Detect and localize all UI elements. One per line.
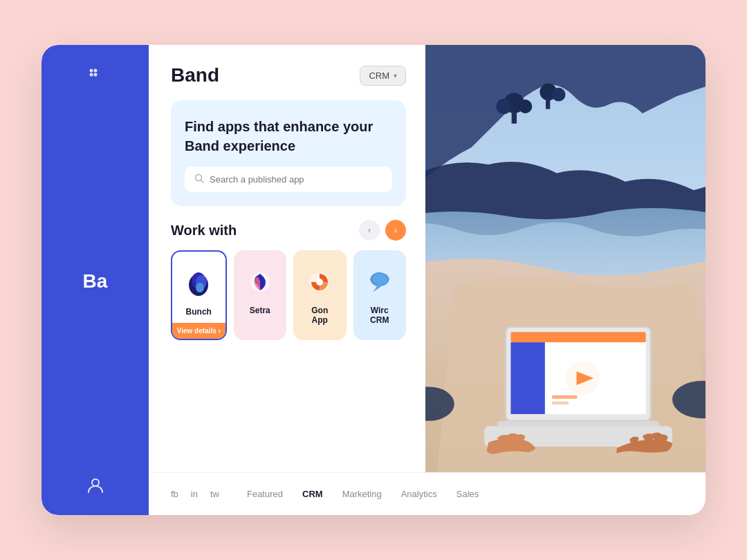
sidebar: Ba <box>42 45 149 515</box>
prev-button[interactable]: ‹ <box>359 220 380 241</box>
svg-point-13 <box>316 279 323 286</box>
app-card-setra[interactable]: Setra <box>234 250 287 340</box>
cat-marketing[interactable]: Marketing <box>342 489 382 499</box>
cat-analytics[interactable]: Analytics <box>401 489 437 499</box>
social-fb[interactable]: fb <box>171 489 178 499</box>
wirccrm-label: Wirc CRM <box>363 306 397 325</box>
bunch-icon-wrapper <box>181 265 216 301</box>
view-details-label: View details › <box>177 327 221 335</box>
hero-title: Find apps that enhance your Band experie… <box>185 117 392 156</box>
svg-rect-30 <box>510 342 544 414</box>
svg-rect-21 <box>546 99 550 109</box>
svg-point-16 <box>496 99 511 114</box>
svg-point-4 <box>92 479 99 486</box>
app-cards: Bunch View details › <box>171 250 406 340</box>
svg-rect-33 <box>552 395 578 399</box>
category-nav: Featured CRM Marketing Analytics Sales <box>247 489 479 499</box>
bunch-label: Bunch <box>186 307 212 317</box>
search-box <box>185 167 392 192</box>
svg-rect-28 <box>510 332 645 342</box>
social-in[interactable]: in <box>191 489 198 499</box>
svg-point-1 <box>93 69 97 73</box>
nav-buttons: ‹ › <box>359 220 406 241</box>
work-with-title: Work with <box>171 223 237 239</box>
svg-line-6 <box>201 180 204 183</box>
right-panel <box>425 45 706 472</box>
user-icon[interactable] <box>86 476 104 498</box>
gonapp-label: Gon App <box>303 306 337 325</box>
cat-crm[interactable]: CRM <box>302 489 323 499</box>
svg-point-2 <box>89 73 93 77</box>
left-panel: Band CRM ▾ Find apps that enhance your B… <box>149 45 425 472</box>
svg-point-20 <box>552 88 566 102</box>
svg-point-0 <box>89 69 93 73</box>
content-area: Band CRM ▾ Find apps that enhance your B… <box>149 45 706 472</box>
sidebar-logo: Ba <box>83 270 108 292</box>
main-content: Band CRM ▾ Find apps that enhance your B… <box>149 45 706 515</box>
social-links: fb in tw <box>171 489 219 499</box>
wirccrm-icon-wrapper <box>362 264 398 300</box>
cat-featured[interactable]: Featured <box>247 489 283 499</box>
crm-dropdown[interactable]: CRM ▾ <box>360 66 406 86</box>
view-details-button[interactable]: View details › <box>172 323 225 339</box>
svg-point-10 <box>196 283 204 292</box>
app-card-bunch[interactable]: Bunch View details › <box>171 250 227 340</box>
svg-point-3 <box>93 73 97 77</box>
header-row: Band CRM ▾ <box>171 64 406 86</box>
cat-sales[interactable]: Sales <box>456 489 479 499</box>
page-title: Band <box>171 64 219 86</box>
social-tw[interactable]: tw <box>210 489 219 499</box>
crm-label: CRM <box>369 71 389 81</box>
svg-rect-18 <box>512 111 517 123</box>
grid-icon <box>88 67 103 86</box>
gonapp-icon-wrapper <box>302 264 338 300</box>
main-card: Ba Band CRM ▾ <box>42 45 706 515</box>
app-card-wirccrm[interactable]: Wirc CRM <box>353 250 407 340</box>
setra-icon-wrapper <box>242 264 278 300</box>
bottom-nav: fb in tw Featured CRM Marketing Analytic… <box>149 472 706 515</box>
svg-point-17 <box>519 100 533 113</box>
next-button[interactable]: › <box>385 220 406 241</box>
search-input[interactable] <box>210 174 382 185</box>
search-icon <box>194 174 204 185</box>
chevron-down-icon: ▾ <box>394 72 397 80</box>
illustration-svg <box>425 45 706 472</box>
svg-rect-34 <box>552 401 569 404</box>
setra-label: Setra <box>250 306 270 315</box>
hero-box: Find apps that enhance your Band experie… <box>171 100 406 206</box>
work-with-header: Work with ‹ › <box>171 220 406 241</box>
app-card-gonapp[interactable]: Gon App <box>293 250 347 340</box>
